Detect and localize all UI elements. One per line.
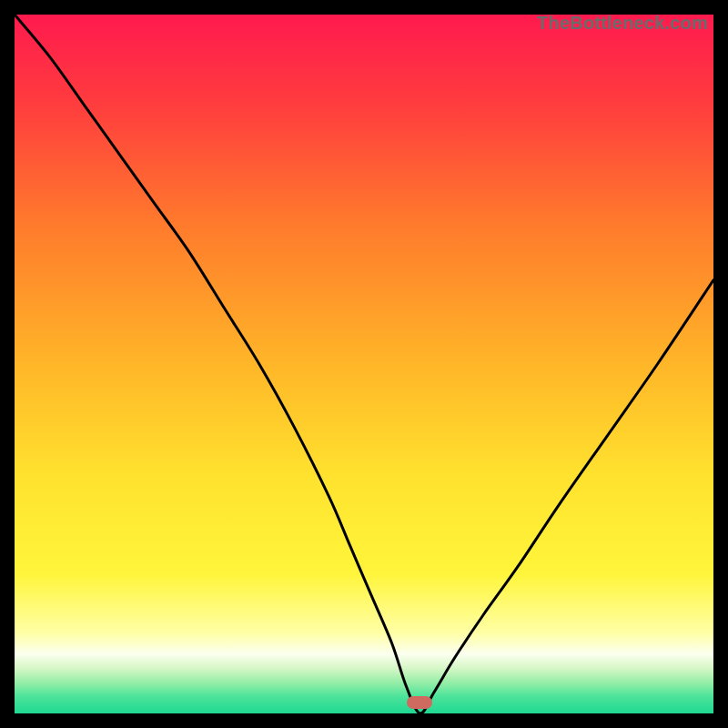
chart-frame: TheBottleneck.com xyxy=(0,0,728,728)
plot-area: TheBottleneck.com xyxy=(15,15,713,713)
bottleneck-curve xyxy=(15,15,713,713)
watermark-text: TheBottleneck.com xyxy=(537,13,708,34)
optimal-point-marker xyxy=(407,696,432,709)
